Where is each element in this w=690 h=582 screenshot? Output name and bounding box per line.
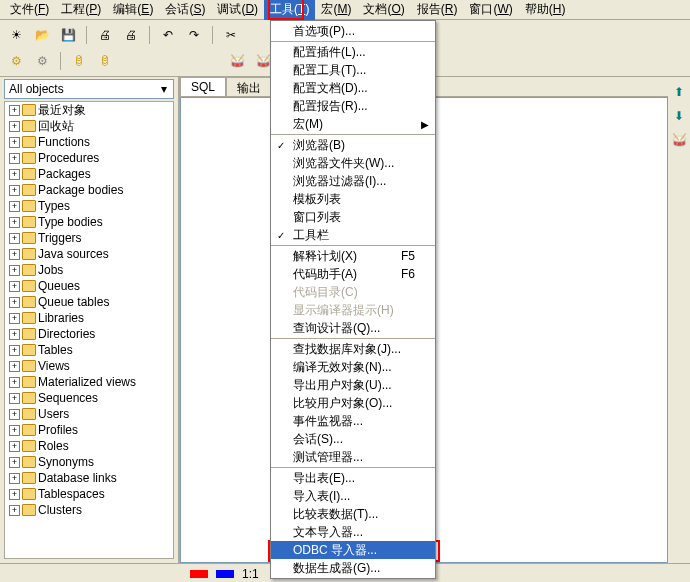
menu-item[interactable]: 配置插件(L)...: [271, 43, 435, 61]
tree-item[interactable]: +Java sources: [5, 246, 173, 262]
menu-s[interactable]: 会话(S): [159, 0, 211, 20]
menu-item[interactable]: 比较表数据(T)...: [271, 505, 435, 523]
db2-icon[interactable]: 🛢: [95, 51, 115, 71]
expand-icon[interactable]: +: [9, 233, 20, 244]
tree-item[interactable]: +Users: [5, 406, 173, 422]
menu-item[interactable]: 会话(S)...: [271, 430, 435, 448]
menu-item[interactable]: 浏览器文件夹(W)...: [271, 154, 435, 172]
expand-icon[interactable]: +: [9, 345, 20, 356]
menu-item[interactable]: 配置报告(R)...: [271, 97, 435, 115]
menu-e[interactable]: 编辑(E): [107, 0, 159, 20]
menu-item[interactable]: 模板列表: [271, 190, 435, 208]
tree-item[interactable]: +Queue tables: [5, 294, 173, 310]
print-icon[interactable]: 🖨: [95, 25, 115, 45]
expand-icon[interactable]: +: [9, 185, 20, 196]
expand-icon[interactable]: +: [9, 281, 20, 292]
expand-icon[interactable]: +: [9, 457, 20, 468]
menu-item[interactable]: 事件监视器...: [271, 412, 435, 430]
menu-item[interactable]: 测试管理器...: [271, 448, 435, 466]
menu-item[interactable]: 查找数据库对象(J)...: [271, 340, 435, 358]
menu-item[interactable]: 导出表(E)...: [271, 469, 435, 487]
expand-icon[interactable]: +: [9, 249, 20, 260]
tree-item[interactable]: +Procedures: [5, 150, 173, 166]
bookmark-up-icon[interactable]: ⬆: [674, 85, 684, 99]
menu-item[interactable]: 导入表(I)...: [271, 487, 435, 505]
menu-item[interactable]: 代码助手(A)F6: [271, 265, 435, 283]
tree-item[interactable]: +最近对象: [5, 102, 173, 118]
menu-w[interactable]: 窗口(W): [463, 0, 518, 20]
menu-item[interactable]: ✓浏览器(B): [271, 136, 435, 154]
object-tree[interactable]: +最近对象+回收站+Functions+Procedures+Packages+…: [4, 101, 174, 559]
db1-icon[interactable]: 🛢: [69, 51, 89, 71]
menu-item[interactable]: ODBC 导入器...: [271, 541, 435, 559]
object-filter[interactable]: ▾: [4, 79, 174, 99]
expand-icon[interactable]: +: [9, 361, 20, 372]
tree-item[interactable]: +Database links: [5, 470, 173, 486]
tree-item[interactable]: +Synonyms: [5, 454, 173, 470]
tab-sql[interactable]: SQL: [180, 77, 226, 96]
drum1-icon[interactable]: 🥁: [227, 51, 247, 71]
menu-item[interactable]: 配置工具(T)...: [271, 61, 435, 79]
expand-icon[interactable]: +: [9, 153, 20, 164]
menu-item[interactable]: ✓工具栏: [271, 226, 435, 244]
tree-item[interactable]: +Triggers: [5, 230, 173, 246]
menu-item[interactable]: 查询设计器(Q)...: [271, 319, 435, 337]
execute-icon[interactable]: ⚙: [6, 51, 26, 71]
tree-item[interactable]: +Types: [5, 198, 173, 214]
print2-icon[interactable]: 🖨: [121, 25, 141, 45]
menu-r[interactable]: 报告(R): [411, 0, 464, 20]
expand-icon[interactable]: +: [9, 121, 20, 132]
tree-item[interactable]: +Views: [5, 358, 173, 374]
tree-item[interactable]: +Directories: [5, 326, 173, 342]
expand-icon[interactable]: +: [9, 441, 20, 452]
tree-item[interactable]: +Sequences: [5, 390, 173, 406]
menu-d[interactable]: 调试(D): [211, 0, 264, 20]
expand-icon[interactable]: +: [9, 297, 20, 308]
tree-item[interactable]: +Materialized views: [5, 374, 173, 390]
expand-icon[interactable]: +: [9, 329, 20, 340]
new-icon[interactable]: ☀: [6, 25, 26, 45]
tree-item[interactable]: +Profiles: [5, 422, 173, 438]
expand-icon[interactable]: +: [9, 217, 20, 228]
expand-icon[interactable]: +: [9, 137, 20, 148]
menu-p[interactable]: 工程(P): [55, 0, 107, 20]
menu-item[interactable]: 数据生成器(G)...: [271, 559, 435, 577]
expand-icon[interactable]: +: [9, 489, 20, 500]
menu-item[interactable]: 宏(M)▶: [271, 115, 435, 133]
menu-t[interactable]: 工具(T): [264, 0, 315, 20]
menu-item[interactable]: 配置文档(D)...: [271, 79, 435, 97]
tree-item[interactable]: +Package bodies: [5, 182, 173, 198]
menu-item[interactable]: 解释计划(X)F5: [271, 247, 435, 265]
expand-icon[interactable]: +: [9, 473, 20, 484]
tree-item[interactable]: +Tables: [5, 342, 173, 358]
menu-o[interactable]: 文档(O): [357, 0, 410, 20]
menu-item[interactable]: 文本导入器...: [271, 523, 435, 541]
tree-item[interactable]: +Clusters: [5, 502, 173, 518]
cut-icon[interactable]: ✂: [221, 25, 241, 45]
redo-icon[interactable]: ↷: [184, 25, 204, 45]
tab-output[interactable]: 输出: [226, 77, 272, 96]
menu-f[interactable]: 文件(F): [4, 0, 55, 20]
chevron-down-icon[interactable]: ▾: [157, 82, 171, 96]
expand-icon[interactable]: +: [9, 265, 20, 276]
expand-icon[interactable]: +: [9, 425, 20, 436]
menu-item[interactable]: 编译无效对象(N)...: [271, 358, 435, 376]
tree-item[interactable]: +Jobs: [5, 262, 173, 278]
open-icon[interactable]: 📂: [32, 25, 52, 45]
tree-item[interactable]: +Roles: [5, 438, 173, 454]
expand-icon[interactable]: +: [9, 505, 20, 516]
filter-input[interactable]: [5, 82, 157, 96]
expand-icon[interactable]: +: [9, 169, 20, 180]
save-icon[interactable]: 💾: [58, 25, 78, 45]
menu-item[interactable]: 浏览器过滤器(I)...: [271, 172, 435, 190]
undo-icon[interactable]: ↶: [158, 25, 178, 45]
expand-icon[interactable]: +: [9, 313, 20, 324]
menu-item[interactable]: 窗口列表: [271, 208, 435, 226]
tree-item[interactable]: +Packages: [5, 166, 173, 182]
expand-icon[interactable]: +: [9, 393, 20, 404]
drum-icon[interactable]: 🥁: [672, 133, 687, 147]
tree-item[interactable]: +Libraries: [5, 310, 173, 326]
expand-icon[interactable]: +: [9, 377, 20, 388]
expand-icon[interactable]: +: [9, 201, 20, 212]
tree-item[interactable]: +Queues: [5, 278, 173, 294]
